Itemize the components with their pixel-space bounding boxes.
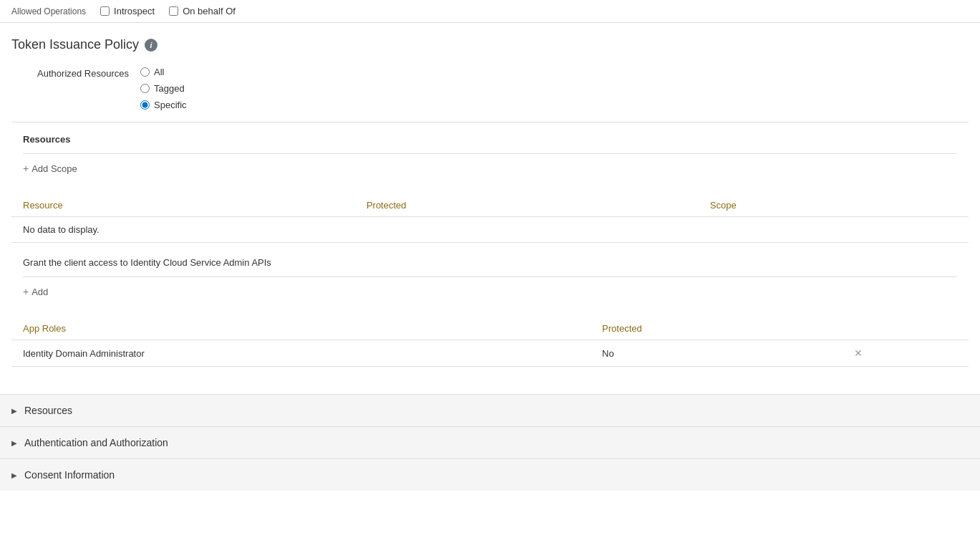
- grant-title: Grant the client access to Identity Clou…: [23, 257, 969, 268]
- resources-section-label: Resources: [23, 134, 969, 145]
- info-icon[interactable]: i: [145, 39, 157, 52]
- radio-tagged-label[interactable]: Tagged: [154, 83, 185, 94]
- radio-specific: Specific: [140, 100, 187, 110]
- collapsible-auth-label: Authentication and Authorization: [24, 437, 168, 448]
- radio-all-input[interactable]: [140, 67, 150, 77]
- on-behalf-of-checkbox[interactable]: [169, 6, 178, 16]
- add-label: Add: [31, 287, 48, 297]
- introspect-checkbox-group: Introspect: [100, 6, 155, 16]
- plus-icon: +: [23, 163, 29, 174]
- scope-col-header: Scope: [699, 194, 969, 217]
- table-row: Identity Domain Administrator No ✕: [11, 340, 969, 367]
- no-data-message: No data to display.: [11, 217, 969, 243]
- collapsible-auth[interactable]: ▶ Authentication and Authorization: [0, 426, 980, 458]
- collapsible-resources[interactable]: ▶ Resources: [0, 394, 980, 426]
- app-role-value: Identity Domain Administrator: [11, 340, 591, 367]
- main-content: Token Issuance Policy i Authorized Resou…: [0, 23, 980, 387]
- authorized-resources-radio-group: All Tagged Specific: [140, 67, 187, 110]
- authorized-resources-row: Authorized Resources All Tagged Specific: [11, 67, 969, 110]
- token-issuance-policy-section: Token Issuance Policy i: [11, 37, 969, 52]
- resources-table-header-row: Resource Protected Scope: [11, 194, 969, 217]
- radio-tagged: Tagged: [140, 83, 187, 94]
- radio-all-label[interactable]: All: [154, 67, 164, 77]
- collapsible-consent-label: Consent Information: [24, 469, 115, 481]
- protected-col-header: Protected: [355, 194, 699, 217]
- app-roles-table: App Roles Protected Identity Domain Admi…: [11, 317, 969, 367]
- app-roles-action-col-header: [843, 317, 969, 340]
- add-plus-icon: +: [23, 286, 29, 297]
- add-button[interactable]: + Add: [23, 286, 969, 297]
- app-roles-protected-col-header: Protected: [591, 317, 842, 340]
- collapsible-sections: ▶ Resources ▶ Authentication and Authori…: [0, 394, 980, 491]
- chevron-resources-icon: ▶: [11, 407, 17, 415]
- resources-section: Resources + Add Scope Resource Protected…: [11, 122, 969, 243]
- allowed-operations-label: Allowed Operations: [11, 6, 86, 16]
- chevron-consent-icon: ▶: [11, 471, 17, 479]
- no-data-row: No data to display.: [11, 217, 969, 243]
- app-role-protected-value: No: [591, 340, 842, 367]
- authorized-resources-label: Authorized Resources: [11, 67, 140, 79]
- add-scope-button[interactable]: + Add Scope: [23, 163, 969, 174]
- top-bar: Allowed Operations Introspect On behalf …: [0, 0, 980, 23]
- app-roles-header-row: App Roles Protected: [11, 317, 969, 340]
- collapsible-consent[interactable]: ▶ Consent Information: [0, 458, 980, 491]
- on-behalf-of-label[interactable]: On behalf Of: [183, 6, 236, 16]
- token-issuance-policy-title: Token Issuance Policy: [11, 37, 139, 52]
- introspect-label[interactable]: Introspect: [114, 6, 155, 16]
- radio-specific-label[interactable]: Specific: [154, 100, 187, 110]
- add-scope-label: Add Scope: [31, 163, 77, 174]
- delete-row-button[interactable]: ✕: [854, 347, 863, 359]
- radio-all: All: [140, 67, 187, 77]
- collapsible-resources-label: Resources: [24, 405, 72, 416]
- resources-table: Resource Protected Scope No data to disp…: [11, 194, 969, 243]
- radio-specific-input[interactable]: [140, 100, 150, 110]
- radio-tagged-input[interactable]: [140, 84, 150, 93]
- chevron-auth-icon: ▶: [11, 439, 17, 447]
- resource-col-header: Resource: [11, 194, 355, 217]
- app-roles-col-header: App Roles: [11, 317, 591, 340]
- app-role-delete-cell: ✕: [843, 340, 969, 367]
- on-behalf-of-checkbox-group: On behalf Of: [169, 6, 236, 16]
- grant-section: Grant the client access to Identity Clou…: [11, 257, 969, 367]
- introspect-checkbox[interactable]: [100, 6, 110, 16]
